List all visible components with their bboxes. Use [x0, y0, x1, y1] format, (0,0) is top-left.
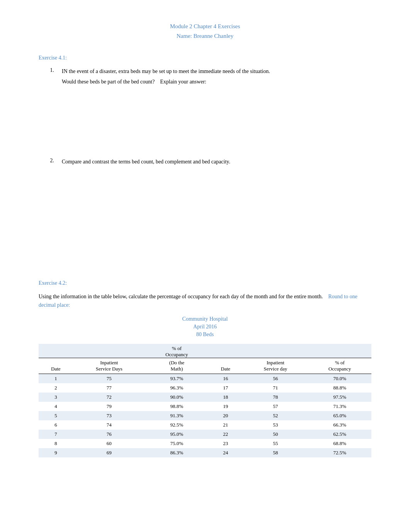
table-row: 77695.0%225062.5%: [39, 430, 371, 439]
exercise-42-section: Exercise 4.2: Using the information in t…: [39, 280, 371, 457]
answer-space-1: [62, 88, 371, 150]
td-service2: 50: [243, 430, 308, 439]
table-row: 67492.5%215366.3%: [39, 420, 371, 430]
question-1-line-2: Would these beds be part of the bed coun…: [62, 78, 371, 86]
td-service2: 53: [243, 420, 308, 430]
exercise-41-heading: Exercise 4.1:: [39, 55, 371, 61]
table-row: 17593.7%165670.0%: [39, 374, 371, 383]
td-service1: 74: [73, 420, 145, 430]
td-service1: 73: [73, 411, 145, 420]
td-service2: 52: [243, 411, 308, 420]
question-1-content: IN the event of a disaster, extra beds m…: [62, 67, 371, 150]
td-date2: 23: [208, 439, 243, 448]
table-body: 17593.7%165670.0%27796.3%177188.8%37290.…: [39, 374, 371, 457]
td-date1: 3: [39, 393, 73, 402]
td-occ1: 98.8%: [145, 402, 208, 411]
question-1-line-1: IN the event of a disaster, extra beds m…: [62, 67, 371, 75]
question-2: 2. Compare and contrast the terms bed co…: [46, 158, 371, 269]
td-service2: 55: [243, 439, 308, 448]
td-occ2: 65.0%: [308, 411, 371, 420]
td-occ1: 91.3%: [145, 411, 208, 420]
page-title: Module 2 Chapter 4 Exercises: [39, 23, 371, 30]
table-row: 57391.3%205265.0%: [39, 411, 371, 420]
exercise-42-heading: Exercise 4.2:: [39, 280, 371, 286]
th-pct-occ2: % ofOccupancy: [308, 358, 371, 374]
table-row: 86075.0%235568.8%: [39, 439, 371, 448]
question-2-content: Compare and contrast the terms bed count…: [62, 158, 371, 269]
td-date1: 1: [39, 374, 73, 383]
table-header-top: % ofOccupancy: [39, 344, 371, 358]
td-occ2: 71.3%: [308, 402, 371, 411]
td-occ2: 88.8%: [308, 383, 371, 393]
td-occ2: 62.5%: [308, 430, 371, 439]
th-date2: Date: [208, 358, 243, 374]
td-service1: 72: [73, 393, 145, 402]
td-date1: 7: [39, 430, 73, 439]
td-date1: 6: [39, 420, 73, 430]
td-date1: 9: [39, 448, 73, 457]
td-service2: 58: [243, 448, 308, 457]
td-date1: 4: [39, 402, 73, 411]
td-date2: 17: [208, 383, 243, 393]
td-date2: 18: [208, 393, 243, 402]
td-service2: 71: [243, 383, 308, 393]
td-service2: 57: [243, 402, 308, 411]
td-occ2: 72.5%: [308, 448, 371, 457]
td-occ1: 75.0%: [145, 439, 208, 448]
th-empty-1: [39, 344, 73, 358]
table-section: Community Hospital April 2016 80 Beds % …: [39, 316, 371, 457]
th-empty-5: [308, 344, 371, 358]
answer-space-2: [62, 168, 371, 269]
td-date1: 2: [39, 383, 73, 393]
td-occ1: 95.0%: [145, 430, 208, 439]
td-service1: 77: [73, 383, 145, 393]
td-occ1: 93.7%: [145, 374, 208, 383]
td-date2: 20: [208, 411, 243, 420]
td-occ1: 86.3%: [145, 448, 208, 457]
table-row: 27796.3%177188.8%: [39, 383, 371, 393]
td-service2: 56: [243, 374, 308, 383]
td-service1: 75: [73, 374, 145, 383]
td-service1: 60: [73, 439, 145, 448]
question-1: 1. IN the event of a disaster, extra bed…: [46, 67, 371, 150]
exercise-41-section: Exercise 4.1: 1. IN the event of a disas…: [39, 55, 371, 269]
table-row: 37290.0%187897.5%: [39, 393, 371, 402]
td-date2: 22: [208, 430, 243, 439]
table-row: 47998.8%195771.3%: [39, 402, 371, 411]
td-service1: 79: [73, 402, 145, 411]
exercise-42-intro-text: Using the information in the table below…: [39, 294, 323, 299]
th-empty-2: [73, 344, 145, 358]
td-occ2: 68.8%: [308, 439, 371, 448]
td-date2: 16: [208, 374, 243, 383]
table-row: 96986.3%245872.5%: [39, 448, 371, 457]
td-date2: 24: [208, 448, 243, 457]
td-occ2: 97.5%: [308, 393, 371, 402]
question-list: 1. IN the event of a disaster, extra bed…: [39, 67, 371, 269]
th-date: Date: [39, 358, 73, 374]
td-occ2: 70.0%: [308, 374, 371, 383]
td-date2: 21: [208, 420, 243, 430]
th-inpatient-service2: InpatientService day: [243, 358, 308, 374]
th-empty-4: [243, 344, 308, 358]
th-empty-3: [208, 344, 243, 358]
td-date1: 5: [39, 411, 73, 420]
td-service1: 76: [73, 430, 145, 439]
td-occ1: 96.3%: [145, 383, 208, 393]
question-1-number: 1.: [46, 67, 54, 150]
th-do-math: (Do theMath): [145, 358, 208, 374]
td-occ1: 92.5%: [145, 420, 208, 430]
data-table: % ofOccupancy Date InpatientService Days…: [39, 344, 371, 457]
table-beds: 80 Beds: [39, 331, 371, 338]
td-occ1: 90.0%: [145, 393, 208, 402]
question-2-line-1: Compare and contrast the terms bed count…: [62, 158, 371, 166]
page-name: Name: Breanne Chanley: [39, 33, 371, 39]
td-date2: 19: [208, 402, 243, 411]
exercise-42-intro: Using the information in the table below…: [39, 292, 371, 310]
td-service2: 78: [243, 393, 308, 402]
table-header-mid: Date InpatientService Days (Do theMath) …: [39, 358, 371, 374]
table-title: Community Hospital: [39, 316, 371, 322]
question-2-number: 2.: [46, 158, 54, 269]
td-service1: 69: [73, 448, 145, 457]
td-date1: 8: [39, 439, 73, 448]
td-occ2: 66.3%: [308, 420, 371, 430]
